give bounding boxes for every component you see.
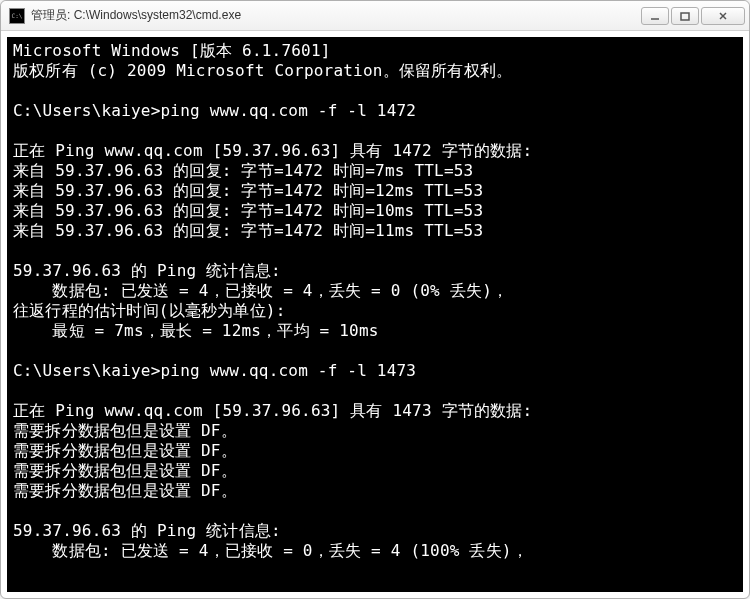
console-line [13, 381, 737, 401]
cmd-icon [9, 8, 25, 24]
close-icon [718, 11, 728, 21]
titlebar[interactable]: 管理员: C:\Windows\system32\cmd.exe [1, 1, 749, 31]
maximize-icon [680, 11, 690, 21]
console-line: Microsoft Windows [版本 6.1.7601] [13, 41, 737, 61]
console-line [13, 241, 737, 261]
console-line: C:\Users\kaiye>ping www.qq.com -f -l 147… [13, 361, 737, 381]
console-output[interactable]: Microsoft Windows [版本 6.1.7601]版权所有 (c) … [7, 37, 743, 592]
console-line: 需要拆分数据包但是设置 DF。 [13, 461, 737, 481]
console-line [13, 81, 737, 101]
maximize-button[interactable] [671, 7, 699, 25]
console-line [13, 341, 737, 361]
console-line: 版权所有 (c) 2009 Microsoft Corporation。保留所有… [13, 61, 737, 81]
console-line: 往返行程的估计时间(以毫秒为单位): [13, 301, 737, 321]
console-line: 需要拆分数据包但是设置 DF。 [13, 481, 737, 501]
svg-rect-1 [681, 13, 689, 20]
console-line: 正在 Ping www.qq.com [59.37.96.63] 具有 1472… [13, 141, 737, 161]
console-line: 需要拆分数据包但是设置 DF。 [13, 421, 737, 441]
console-line: 正在 Ping www.qq.com [59.37.96.63] 具有 1473… [13, 401, 737, 421]
console-line: C:\Users\kaiye>ping www.qq.com -f -l 147… [13, 101, 737, 121]
console-line: 需要拆分数据包但是设置 DF。 [13, 441, 737, 461]
console-line: 59.37.96.63 的 Ping 统计信息: [13, 261, 737, 281]
console-line: 59.37.96.63 的 Ping 统计信息: [13, 521, 737, 541]
console-line [13, 121, 737, 141]
console-line: 来自 59.37.96.63 的回复: 字节=1472 时间=12ms TTL=… [13, 181, 737, 201]
close-button[interactable] [701, 7, 745, 25]
console-line: 数据包: 已发送 = 4，已接收 = 4，丢失 = 0 (0% 丢失)， [13, 281, 737, 301]
console-line: 来自 59.37.96.63 的回复: 字节=1472 时间=10ms TTL=… [13, 201, 737, 221]
minimize-button[interactable] [641, 7, 669, 25]
console-line: 数据包: 已发送 = 4，已接收 = 0，丢失 = 4 (100% 丢失)， [13, 541, 737, 561]
window-title: 管理员: C:\Windows\system32\cmd.exe [31, 7, 641, 24]
console-line: 来自 59.37.96.63 的回复: 字节=1472 时间=7ms TTL=5… [13, 161, 737, 181]
console-line [13, 501, 737, 521]
console-line: 最短 = 7ms，最长 = 12ms，平均 = 10ms [13, 321, 737, 341]
minimize-icon [650, 11, 660, 21]
cmd-window: 管理员: C:\Windows\system32\cmd.exe Microso… [0, 0, 750, 599]
console-line: 来自 59.37.96.63 的回复: 字节=1472 时间=11ms TTL=… [13, 221, 737, 241]
window-controls [641, 7, 745, 25]
